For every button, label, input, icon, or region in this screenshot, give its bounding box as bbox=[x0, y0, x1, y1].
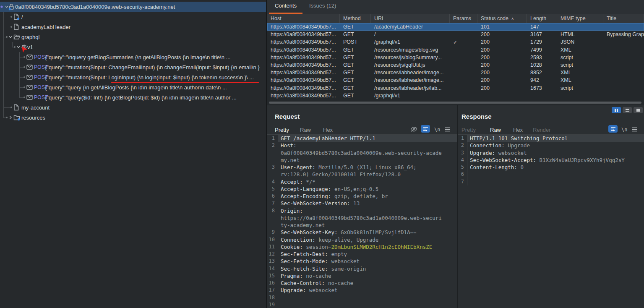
chevron-right-icon[interactable] bbox=[8, 112, 13, 123]
line-content: https://0a8f00840349bd5780c3ad1a0040009e… bbox=[278, 214, 457, 222]
nl-toggle[interactable]: \n bbox=[434, 127, 440, 133]
column-header-mime-type[interactable]: MIME type bbox=[557, 14, 603, 23]
line-number: 18 bbox=[267, 294, 278, 301]
tree-connector-dot bbox=[23, 76, 25, 78]
tree-node-label: resources bbox=[21, 112, 45, 123]
table-row[interactable]: https://0a8f00840349bd57...GET/resources… bbox=[267, 54, 644, 61]
sitemap-row[interactable]: POST{"query":"query {\n getAllBlogPosts … bbox=[0, 82, 267, 92]
tree-node-label: graphql bbox=[21, 32, 39, 42]
tab-contents[interactable]: Contents bbox=[275, 0, 297, 11]
response-editor[interactable]: 1HTTP/1.1 101 Switching Protocol2Connect… bbox=[458, 135, 644, 308]
sitemap-row[interactable]: / bbox=[0, 12, 267, 22]
layout-rows-button[interactable] bbox=[623, 107, 632, 113]
menu-icon[interactable] bbox=[443, 125, 452, 133]
editor-line: 0a8f00840349bd5780c3ad1a0040009e.web-sec… bbox=[267, 149, 457, 157]
column-header-length[interactable]: Length bbox=[527, 14, 557, 23]
chevron-down-icon[interactable] bbox=[8, 32, 13, 42]
cell-method: GET bbox=[340, 54, 371, 61]
request-editor[interactable]: 1GET /academyLabHeader HTTP/1.12Host:0a8… bbox=[267, 135, 457, 308]
cell-length: 1028 bbox=[527, 61, 557, 69]
line-number: 4 bbox=[458, 157, 467, 164]
cell-length: 2593 bbox=[527, 54, 557, 61]
tree-connector bbox=[19, 57, 23, 57]
column-header-params[interactable]: Params bbox=[450, 14, 477, 23]
line-number bbox=[267, 149, 278, 157]
column-header-host[interactable]: Host bbox=[267, 14, 340, 23]
sitemap-row[interactable]: resources bbox=[0, 112, 267, 123]
cell-method: GET bbox=[340, 46, 371, 54]
column-header-status-code[interactable]: Status code∧ bbox=[477, 14, 527, 23]
tree-connector-dot bbox=[6, 117, 8, 118]
table-horizontal-scrollbar[interactable] bbox=[269, 102, 641, 104]
response-tab-pretty[interactable]: Pretty bbox=[461, 125, 476, 134]
line-number: 13 bbox=[267, 258, 278, 265]
column-header-method[interactable]: Method bbox=[340, 14, 371, 23]
cell-host: https://0a8f00840349bd57... bbox=[267, 54, 340, 61]
cell-mime: XML bbox=[557, 69, 603, 76]
sitemap-row[interactable]: v1 bbox=[0, 42, 267, 52]
cell-method: GET bbox=[340, 76, 371, 84]
sitemap-row[interactable]: POST{"query":"\nquery getBlogSummaries {… bbox=[0, 52, 267, 62]
table-row[interactable]: https://0a8f00840349bd57...POST/graphql/… bbox=[267, 38, 644, 46]
editor-line: 2Host: bbox=[267, 142, 457, 149]
line-content: Cookie: session=2DmLbunSLMWD2RcH1n2cEOhN… bbox=[278, 243, 457, 251]
column-header-url[interactable]: URL bbox=[371, 14, 450, 23]
sitemap-row[interactable]: POST{"query":"mutation($input: LoginInpu… bbox=[0, 72, 267, 82]
tree-connector-dot bbox=[23, 56, 25, 58]
soft-wrap-icon[interactable] bbox=[421, 125, 430, 133]
response-tab-hex[interactable]: Hex bbox=[513, 125, 523, 134]
sitemap-row[interactable]: graphql bbox=[0, 32, 267, 42]
editor-line: 2Connection: Upgrade bbox=[458, 142, 644, 149]
table-row[interactable]: https://0a8f00840349bd57...GET/graphql/v… bbox=[267, 92, 644, 99]
sitemap-row[interactable]: POST{"query":"mutation($input: ChangeEma… bbox=[0, 62, 267, 72]
editor-line: 9Sec-WebSocket-Key: GxOb6k81nIlMP/SvjlfD… bbox=[267, 229, 457, 236]
column-header-title[interactable]: Title bbox=[603, 14, 644, 23]
response-tab-raw[interactable]: Raw bbox=[490, 125, 501, 134]
envelope-icon bbox=[26, 72, 33, 82]
response-tab-render[interactable]: Render bbox=[533, 125, 551, 134]
editor-line: 11Cookie: session=2DmLbunSLMWD2RcH1n2cEO… bbox=[267, 243, 457, 251]
line-content: Host: bbox=[278, 142, 457, 149]
cell-host: https://0a8f00840349bd57... bbox=[267, 46, 340, 54]
sitemap-row[interactable]: my-account bbox=[0, 102, 267, 112]
request-tab-raw[interactable]: Raw bbox=[300, 125, 311, 134]
cell-host: https://0a8f00840349bd57... bbox=[267, 23, 340, 31]
request-tab-pretty[interactable]: Pretty bbox=[275, 125, 289, 134]
cell-params bbox=[450, 23, 477, 31]
line-number: 1 bbox=[267, 135, 278, 142]
response-title: Response bbox=[461, 113, 492, 120]
sitemap-row[interactable]: 0a8f00840349bd5780c3ad1a0040009e.web-sec… bbox=[0, 2, 267, 12]
editor-line: 17Upgrade: websocket bbox=[267, 287, 457, 294]
table-row[interactable]: https://0a8f00840349bd57...GET/resources… bbox=[267, 46, 644, 54]
table-row[interactable]: https://0a8f00840349bd57...GET/resources… bbox=[267, 69, 644, 76]
nl-toggle[interactable]: \n bbox=[621, 127, 627, 133]
cell-params bbox=[450, 84, 477, 92]
lock-dot-icon bbox=[8, 2, 15, 12]
line-number: 4 bbox=[267, 178, 278, 185]
editor-line: 5Accept-Language: en-US,en;q=0.5 bbox=[267, 185, 457, 193]
cell-status: 200 bbox=[477, 76, 527, 84]
editor-line: my.net bbox=[267, 157, 457, 164]
cell-status: 101 bbox=[477, 23, 527, 31]
table-row[interactable]: https://0a8f00840349bd57...GET/resources… bbox=[267, 61, 644, 69]
tab-issues[interactable]: Issues (12) bbox=[309, 0, 336, 11]
table-row[interactable]: https://0a8f00840349bd57...GET/resources… bbox=[267, 84, 644, 92]
line-content: my.net bbox=[278, 157, 457, 164]
sitemap-row[interactable]: POST{"query":"query($id: Int!) {\n getBl… bbox=[0, 92, 267, 102]
request-tab-hex[interactable]: Hex bbox=[323, 125, 333, 134]
menu-icon[interactable] bbox=[630, 125, 639, 133]
tree-connector bbox=[3, 107, 10, 108]
table-row[interactable]: https://0a8f00840349bd57...GET/academyLa… bbox=[267, 23, 644, 31]
layout-columns-button[interactable] bbox=[612, 107, 621, 113]
eye-off-icon[interactable] bbox=[409, 125, 418, 133]
line-number: 11 bbox=[267, 243, 278, 251]
line-number: 7 bbox=[267, 200, 278, 207]
envelope-icon bbox=[26, 92, 33, 102]
table-row[interactable]: https://0a8f00840349bd57...GET/2003167HT… bbox=[267, 31, 644, 38]
soft-wrap-icon[interactable] bbox=[608, 125, 618, 133]
editor-line: 5Content-Length: 0 bbox=[458, 164, 644, 171]
sitemap-row[interactable]: academyLabHeader bbox=[0, 22, 267, 32]
table-row[interactable]: https://0a8f00840349bd57...GET/resources… bbox=[267, 76, 644, 84]
layout-single-button[interactable] bbox=[634, 107, 643, 113]
requests-table-header[interactable]: HostMethodURLParamsStatus code∧LengthMIM… bbox=[267, 14, 644, 23]
